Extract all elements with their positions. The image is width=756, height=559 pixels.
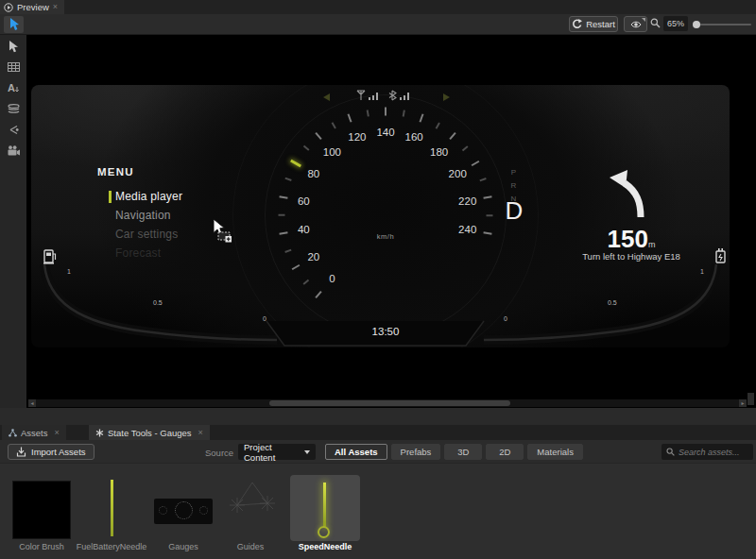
speedometer-tick xyxy=(284,178,291,181)
fuel-pump-icon xyxy=(43,247,58,264)
filter-3d[interactable]: 3D xyxy=(444,444,482,460)
speedometer-tick xyxy=(348,113,352,122)
asset-label-gauges[interactable]: Gauges xyxy=(152,542,215,551)
tab-state-tools-gauges[interactable]: State Tools - Gauges × xyxy=(89,425,210,440)
speedneedle-thumb-hub xyxy=(318,526,330,538)
blue-cursor-icon xyxy=(9,18,20,31)
gear-p: P xyxy=(507,166,521,179)
source-dropdown[interactable]: Project Content xyxy=(238,444,316,460)
speedometer-tick xyxy=(472,161,480,166)
close-icon[interactable]: × xyxy=(55,429,60,437)
navigation-distance: 150m xyxy=(575,225,688,253)
close-icon[interactable]: × xyxy=(198,429,203,437)
preview-toolbar: Restart 65% xyxy=(0,14,756,35)
import-label: Import Assets xyxy=(31,447,86,457)
speedometer-tick xyxy=(279,214,285,216)
svg-text:A: A xyxy=(8,82,15,93)
import-icon xyxy=(16,447,26,457)
asset-search[interactable] xyxy=(662,444,753,460)
selection-mode-button[interactable] xyxy=(4,16,24,33)
speedometer-tick xyxy=(436,122,440,128)
zoom-slider-handle[interactable] xyxy=(693,21,700,28)
asset-label-color-brush[interactable]: Color Brush xyxy=(10,542,73,551)
search-input[interactable] xyxy=(679,448,748,457)
fuel-tick-half: 0.5 xyxy=(153,299,163,306)
gauges-thumb-right-dial xyxy=(199,506,208,515)
asset-label-speedneedle[interactable]: SpeedNeedle xyxy=(293,542,357,551)
speedometer-label: 140 xyxy=(376,127,394,138)
asset-thumb-fuelbatteryneedle[interactable] xyxy=(111,480,113,536)
speedometer-tick xyxy=(462,145,468,151)
asset-thumb-guides[interactable] xyxy=(225,477,280,522)
fuel-tick-empty: 0 xyxy=(263,315,266,322)
viewport-bottom-strip xyxy=(0,408,756,425)
restart-label: Restart xyxy=(586,19,615,29)
speedometer-label: 180 xyxy=(430,146,448,158)
magnifier-icon xyxy=(650,18,661,28)
asset-label-fuelbatteryneedle[interactable]: FuelBatteryNeedle xyxy=(69,542,154,551)
zoom-level-value[interactable]: 65% xyxy=(663,16,688,31)
tab-assets[interactable]: Assets × xyxy=(2,425,66,440)
text-tool-icon[interactable]: A xyxy=(0,79,26,96)
speedometer-tick xyxy=(279,195,287,199)
eye-icon xyxy=(630,20,642,29)
close-icon[interactable]: × xyxy=(53,3,58,11)
grid-tool-icon[interactable] xyxy=(0,59,26,76)
tab-preview[interactable]: Preview × xyxy=(0,0,64,14)
play-circle-icon xyxy=(4,3,13,12)
application-window: Preview × Restart 65% xyxy=(0,0,756,559)
filter-2d[interactable]: 2D xyxy=(486,444,524,460)
assets-grid: Color Brush FuelBatteryNeedle Gauges Gui… xyxy=(0,464,756,559)
speedometer-tick xyxy=(316,132,322,140)
horizontal-scrollbar[interactable]: ◂ ▸ xyxy=(28,399,747,407)
charge-tick-half: 0.5 xyxy=(608,299,617,306)
gear-r: R xyxy=(507,179,521,193)
speedometer-label: 240 xyxy=(458,224,476,235)
search-icon xyxy=(666,448,675,456)
drag-copy-cursor-icon xyxy=(207,219,235,244)
layers-tool-icon[interactable] xyxy=(0,100,26,117)
connections-tool-icon[interactable] xyxy=(0,121,26,138)
speedometer-unit: km/h xyxy=(377,232,394,241)
zoom-slider[interactable] xyxy=(694,24,751,25)
scroll-left-arrow[interactable]: ◂ xyxy=(28,399,36,407)
filter-all-assets[interactable]: All Assets xyxy=(325,444,387,460)
speedometer-tick xyxy=(316,291,322,298)
speedometer-tick xyxy=(303,145,309,151)
bottom-panel-tabbar: Assets × State Tools - Gauges × xyxy=(0,425,756,440)
speedometer-tick xyxy=(403,110,405,116)
vertical-scrollbar-stub[interactable] xyxy=(747,393,754,405)
asset-thumb-gauges[interactable] xyxy=(154,499,213,524)
preview-viewport[interactable]: MENU Media playerNavigationCar settingsF… xyxy=(26,35,756,408)
filter-prefabs[interactable]: Prefabs xyxy=(391,444,441,460)
filter-materials[interactable]: Materials xyxy=(527,444,583,460)
cursor-tool-icon[interactable] xyxy=(0,38,26,55)
speedometer-tick xyxy=(419,113,423,122)
speedometer-tick xyxy=(480,178,487,181)
speed-needle xyxy=(290,160,301,168)
horizontal-scrollbar-thumb[interactable] xyxy=(269,400,510,406)
speedometer-label: 120 xyxy=(348,131,366,143)
instrument-cluster: MENU Media playerNavigationCar settingsF… xyxy=(31,85,730,347)
gear-current: D xyxy=(501,196,527,226)
filter-buttons: All AssetsPrefabs3D2DMaterials xyxy=(325,444,583,460)
preview-tabbar: Preview × xyxy=(0,0,756,14)
tab-state-tools-label: State Tools - Gauges xyxy=(108,428,192,438)
speedometer-tick xyxy=(303,280,309,285)
speedometer-tick xyxy=(279,231,287,235)
speedometer-tick xyxy=(484,195,492,199)
speedometer-tick xyxy=(291,264,300,270)
chevron-down-icon xyxy=(304,450,310,454)
scroll-right-arrow[interactable]: ▸ xyxy=(739,399,747,407)
asset-thumb-color-brush[interactable] xyxy=(12,481,71,539)
restart-button[interactable]: Restart xyxy=(569,16,618,32)
asset-label-guides[interactable]: Guides xyxy=(219,542,282,551)
assets-icon xyxy=(9,429,17,437)
camera-tool-icon[interactable] xyxy=(0,142,26,159)
visibility-button[interactable] xyxy=(624,16,647,32)
speedometer-tick xyxy=(367,110,369,116)
asset-thumb-speedneedle[interactable] xyxy=(290,475,360,541)
fuel-tick-full: 1 xyxy=(67,268,71,275)
distance-unit: m xyxy=(648,240,656,249)
import-assets-button[interactable]: Import Assets xyxy=(8,444,94,460)
